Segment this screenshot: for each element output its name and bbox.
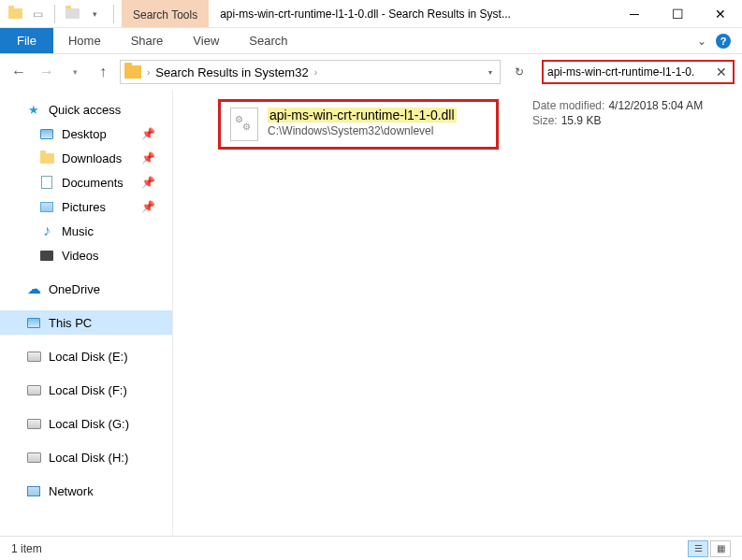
date-modified-value: 4/12/2018 5:04 AM (608, 99, 703, 112)
app-icon (6, 5, 24, 23)
sidebar-item-music[interactable]: ♪Music (0, 219, 172, 243)
sidebar-item-label: Documents (62, 176, 124, 190)
sidebar-item-local-h[interactable]: Local Disk (H:) (0, 445, 172, 469)
new-folder-icon[interactable] (63, 5, 81, 23)
pin-icon: 📌 (141, 200, 155, 213)
window-controls: ─ ☐ ✕ (613, 0, 742, 28)
sidebar-item-desktop[interactable]: Desktop📌 (0, 122, 172, 146)
quick-access-toolbar: ▭ ▾ (0, 5, 109, 23)
search-result-item[interactable]: api-ms-win-crt-runtime-l1-1-0.dll C:\Win… (218, 99, 499, 150)
tab-share[interactable]: Share (116, 28, 179, 53)
sidebar-item-label: Local Disk (H:) (49, 451, 128, 465)
sidebar-item-this-pc[interactable]: This PC (0, 310, 172, 335)
pin-icon: 📌 (141, 151, 155, 165)
search-input[interactable]: api-ms-win-crt-runtime-l1-1-0. ✕ (542, 60, 735, 84)
disk-icon (26, 450, 41, 465)
separator (54, 5, 55, 23)
sidebar-item-network[interactable]: Network (0, 479, 172, 503)
sidebar-item-label: Pictures (62, 200, 106, 214)
large-icons-view-button[interactable]: ▦ (710, 540, 731, 557)
sidebar-item-local-f[interactable]: Local Disk (F:) (0, 378, 172, 402)
folder-icon (124, 65, 141, 79)
sidebar-item-label: Desktop (62, 127, 107, 141)
breadcrumb[interactable]: Search Results in System32 (155, 65, 308, 79)
maximize-button[interactable]: ☐ (656, 0, 699, 28)
sidebar-item-local-g[interactable]: Local Disk (G:) (0, 411, 172, 436)
sidebar-item-label: This PC (49, 316, 92, 330)
sidebar-item-label: Quick access (49, 103, 121, 117)
disk-icon (26, 416, 41, 431)
sidebar-item-label: Downloads (62, 151, 122, 165)
content-pane: api-ms-win-crt-runtime-l1-1-0.dll C:\Win… (173, 90, 742, 536)
ribbon-expand-icon[interactable]: ⌄ (697, 35, 706, 48)
ribbon-tabs: File Home Share View Search ⌄ ? (0, 28, 742, 54)
status-bar: 1 item ☰ ▦ (0, 536, 742, 560)
clear-search-icon[interactable]: ✕ (714, 65, 729, 79)
sidebar-item-downloads[interactable]: Downloads📌 (0, 146, 172, 170)
address-bar[interactable]: › Search Results in System32 › ▾ (120, 60, 501, 84)
up-button[interactable]: ↑ (92, 61, 114, 83)
network-icon (26, 483, 41, 498)
sidebar-item-label: Local Disk (G:) (49, 417, 129, 431)
tab-search[interactable]: Search (234, 28, 302, 53)
tab-view[interactable]: View (178, 28, 234, 53)
address-history-icon[interactable]: ▾ (485, 68, 496, 77)
search-text: api-ms-win-crt-runtime-l1-1-0. (547, 65, 710, 79)
titlebar: ▭ ▾ Search Tools api-ms-win-crt-runtime-… (0, 0, 742, 28)
sidebar-item-pictures[interactable]: Pictures📌 (0, 194, 172, 219)
help-icon[interactable]: ? (716, 34, 731, 49)
forward-button[interactable]: → (36, 61, 58, 83)
properties-icon[interactable]: ▭ (28, 5, 47, 23)
disk-icon (26, 382, 41, 397)
chevron-right-icon[interactable]: › (313, 67, 319, 78)
pin-icon: 📌 (141, 127, 155, 140)
sidebar-item-label: Local Disk (F:) (49, 383, 127, 397)
recent-locations-icon[interactable]: ▾ (64, 61, 86, 83)
result-filepath: C:\Windows\System32\downlevel (268, 124, 457, 137)
size-value: 15.9 KB (561, 114, 602, 127)
music-icon: ♪ (39, 223, 54, 238)
size-label: Size: (532, 114, 558, 127)
minimize-button[interactable]: ─ (613, 0, 656, 28)
sidebar-item-label: Music (62, 224, 94, 238)
sidebar-item-label: Videos (62, 249, 99, 263)
sidebar-item-label: Network (49, 484, 94, 498)
desktop-icon (39, 126, 54, 141)
search-tools-context-tab[interactable]: Search Tools (122, 0, 209, 27)
pin-icon: 📌 (141, 176, 155, 189)
cloud-icon: ☁ (26, 281, 41, 296)
navigation-row: ← → ▾ ↑ › Search Results in System32 › ▾… (0, 54, 742, 90)
separator (113, 5, 114, 23)
explorer-body: ★Quick access Desktop📌 Downloads📌 Docume… (0, 90, 742, 536)
tab-home[interactable]: Home (53, 28, 116, 53)
documents-icon (39, 175, 54, 190)
result-filename: api-ms-win-crt-runtime-l1-1-0.dll (268, 108, 457, 122)
sidebar-item-local-e[interactable]: Local Disk (E:) (0, 344, 172, 368)
window-title: api-ms-win-crt-runtime-l1-1-0.dll - Sear… (209, 7, 613, 21)
item-count: 1 item (11, 542, 42, 555)
close-button[interactable]: ✕ (699, 0, 742, 28)
sidebar-item-documents[interactable]: Documents📌 (0, 170, 172, 194)
result-text: api-ms-win-crt-runtime-l1-1-0.dll C:\Win… (268, 108, 457, 137)
chevron-right-icon[interactable]: › (145, 67, 152, 78)
videos-icon (39, 248, 54, 263)
pc-icon (26, 315, 41, 330)
qat-dropdown-icon[interactable]: ▾ (85, 5, 104, 23)
dll-file-icon (230, 108, 258, 141)
pictures-icon (39, 199, 54, 214)
sidebar-item-label: OneDrive (49, 282, 100, 296)
star-icon: ★ (26, 102, 41, 117)
back-button[interactable]: ← (7, 61, 30, 83)
details-view-button[interactable]: ☰ (688, 540, 708, 557)
sidebar-item-onedrive[interactable]: ☁OneDrive (0, 277, 172, 301)
refresh-button[interactable]: ↻ (508, 61, 531, 83)
sidebar-item-label: Local Disk (E:) (49, 350, 128, 364)
disk-icon (26, 349, 41, 364)
navigation-pane: ★Quick access Desktop📌 Downloads📌 Docume… (0, 90, 173, 536)
downloads-icon (39, 151, 54, 165)
details-pane: Date modified:4/12/2018 5:04 AM Size:15.… (532, 99, 703, 129)
tab-file[interactable]: File (0, 28, 53, 53)
date-modified-label: Date modified: (532, 99, 604, 112)
sidebar-item-videos[interactable]: Videos (0, 243, 172, 267)
sidebar-item-quick-access[interactable]: ★Quick access (0, 97, 172, 122)
